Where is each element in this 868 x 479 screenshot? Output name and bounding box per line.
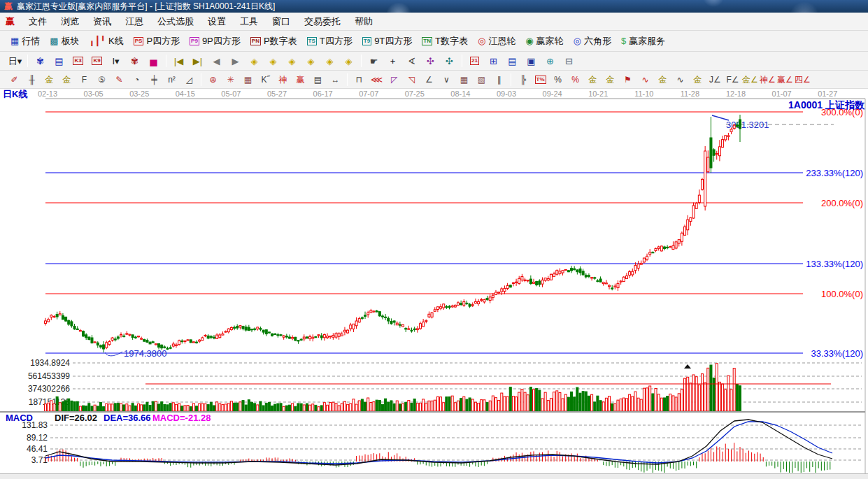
tool-purple-button[interactable]: ✣ — [421, 53, 440, 69]
fit-screen-button[interactable]: ◈ — [339, 53, 358, 69]
expand-all-button[interactable]: ◈ — [320, 53, 339, 69]
k-note-button[interactable]: K˝ — [257, 73, 274, 87]
ruler-scale-button[interactable]: ╪ — [145, 73, 163, 87]
gold-scale-2-button[interactable]: 金 — [58, 73, 76, 87]
info-doc-button[interactable]: ▤ — [50, 53, 69, 69]
pattern-red-button[interactable]: ✾ — [125, 53, 144, 69]
menu-formula-stock-pick[interactable]: 公式选股 — [150, 13, 201, 30]
menu-browse[interactable]: 浏览 — [54, 13, 86, 30]
angle-ruler-button[interactable]: ◿ — [180, 73, 198, 87]
j-angle-button[interactable]: J∠ — [706, 73, 724, 87]
gann-star-button[interactable]: ✳ — [222, 73, 239, 87]
t-percent-button[interactable]: T% — [532, 73, 549, 87]
fan-box-red-button[interactable]: ◹ — [403, 73, 420, 87]
menu-file[interactable]: 文件 — [22, 13, 54, 30]
measure-angle-button[interactable]: ∢ — [402, 53, 421, 69]
gold-circle-button[interactable]: 金 — [584, 73, 602, 87]
calculator-button[interactable]: ⊞ — [484, 53, 503, 69]
n-square-button[interactable]: n² — [163, 73, 180, 87]
number-grid-button[interactable]: ▤ — [309, 73, 327, 87]
nav-first-button[interactable]: |◀ — [169, 53, 188, 69]
span-arrows-button[interactable]: ↔ — [327, 73, 344, 87]
kline-9-button[interactable]: K9 — [87, 53, 106, 69]
gold-line-2-button[interactable]: 金 — [654, 73, 671, 87]
gold-scale-1-button[interactable]: 金 — [41, 73, 58, 87]
f-angle-icon: F∠ — [726, 76, 739, 84]
hexagon-button[interactable]: ◎六角形 — [569, 33, 616, 50]
quotes-button[interactable]: ▦行情 — [6, 33, 45, 50]
pattern-blue-button[interactable]: ✾ — [31, 53, 50, 69]
kline-chart[interactable]: 日K线1A0001 上证指数02-1303-0503-2504-1505-070… — [0, 89, 868, 473]
gann-scale-button[interactable]: ╫ — [23, 73, 41, 87]
fan-box-red-icon: ◹ — [408, 76, 415, 84]
world-clock-button[interactable]: ⊕ — [541, 53, 560, 69]
menu-help[interactable]: 帮助 — [348, 13, 380, 30]
gann-frame-button[interactable]: ⊓ — [350, 73, 368, 87]
f-angle-button[interactable]: F∠ — [724, 73, 741, 87]
p-square-button[interactable]: PSP四方形 — [129, 33, 185, 50]
ying-angle-button[interactable]: 赢∠ — [776, 73, 794, 87]
price-ladder-button[interactable]: ╠ — [514, 73, 532, 87]
gann-wheel-button[interactable]: ◎江恩轮 — [473, 33, 520, 50]
gold-angle-button[interactable]: 金∠ — [741, 73, 759, 87]
winner-wheel-button[interactable]: ◉赢家轮 — [520, 33, 568, 50]
wave-box-button[interactable]: ∿ — [671, 73, 689, 87]
p-number-table-button[interactable]: PNP数字表 — [246, 33, 302, 50]
shift-left-button[interactable]: ◈ — [245, 53, 264, 69]
candle-style-button[interactable]: I▾ — [106, 53, 125, 69]
menu-gann[interactable]: 江恩 — [118, 13, 150, 30]
shen-angle-button[interactable]: 神∠ — [759, 73, 776, 87]
spiral-tool-button[interactable]: ⑤ — [93, 73, 111, 87]
nav-prev-button[interactable]: ◀ — [207, 53, 226, 69]
printer-button[interactable]: ⊟ — [560, 53, 578, 69]
p9-square-button[interactable]: P99P四方形 — [185, 33, 246, 50]
wave-tool-button[interactable]: ∿ — [636, 73, 654, 87]
winner-service-button[interactable]: $赢家服务 — [616, 33, 670, 50]
shift-right-button[interactable]: ◈ — [264, 53, 283, 69]
menu-trade-entrust[interactable]: 交易委托 — [297, 13, 348, 30]
t-number-table-button[interactable]: TNT数字表 — [417, 33, 473, 50]
flag-pen-button[interactable]: ⚑ — [619, 73, 636, 87]
menu-tools[interactable]: 工具 — [233, 13, 265, 30]
hand-tool-button[interactable]: ☛ — [364, 53, 383, 69]
si-angle-button[interactable]: 四∠ — [794, 73, 811, 87]
gold-under-button[interactable]: 金 — [689, 73, 706, 87]
percent-button[interactable]: % — [549, 73, 567, 87]
tool-teal-button[interactable]: ✣ — [440, 53, 459, 69]
menu-news[interactable]: 资讯 — [86, 13, 118, 30]
sectors-button[interactable]: ▩板块 — [45, 33, 84, 50]
angle-lines-button[interactable]: ∠ — [420, 73, 438, 87]
gann-box-button[interactable]: ▦ — [239, 73, 257, 87]
gann-brush-button[interactable]: ✐ — [6, 73, 23, 87]
save-button[interactable]: ▣ — [522, 53, 541, 69]
v-lines-button[interactable]: ∨ — [438, 73, 455, 87]
gann-pencil-button[interactable]: ✎ — [111, 73, 128, 87]
calendar-21-button[interactable]: 21 — [465, 53, 484, 69]
grid-dense-button[interactable]: ▦ — [455, 73, 473, 87]
memo-button[interactable]: ▤ — [503, 53, 522, 69]
crosshair-button[interactable]: + — [383, 53, 402, 69]
gold-line-button[interactable]: 金 — [602, 73, 619, 87]
fan-red-button[interactable]: ⋘ — [368, 73, 385, 87]
percent-line-button[interactable]: % — [567, 73, 584, 87]
ying-tool-button[interactable]: 赢 — [292, 73, 309, 87]
nav-next-button[interactable]: ▶ — [226, 53, 245, 69]
fan-box-purple-button[interactable]: ◸ — [385, 73, 403, 87]
gann-target-button[interactable]: ⊕ — [204, 73, 222, 87]
t-square-button[interactable]: TST四方形 — [302, 33, 357, 50]
f-scale-button[interactable]: F — [76, 73, 93, 87]
expand-horizontal-button[interactable]: ◈ — [283, 53, 301, 69]
t9-square-button[interactable]: T99T四方形 — [357, 33, 418, 50]
grid-arrow-button[interactable]: ▧ — [473, 73, 490, 87]
menu-settings[interactable]: 设置 — [201, 13, 233, 30]
time-cycle-button[interactable]: ◔ — [128, 73, 145, 87]
nav-last-button[interactable]: ▶| — [188, 53, 207, 69]
period-day-button[interactable]: 日▾ — [6, 53, 24, 69]
menu-window[interactable]: 窗口 — [265, 13, 297, 30]
compress-horizontal-button[interactable]: ◈ — [301, 53, 320, 69]
parallel-lines-button[interactable]: ∥ — [490, 73, 508, 87]
shen-tool-button[interactable]: 神 — [274, 73, 292, 87]
kline-button[interactable]: ╻┃╹K线 — [85, 33, 129, 50]
volume-colors-button[interactable]: ▅ — [144, 53, 163, 69]
kline-3-button[interactable]: K3 — [69, 53, 87, 69]
